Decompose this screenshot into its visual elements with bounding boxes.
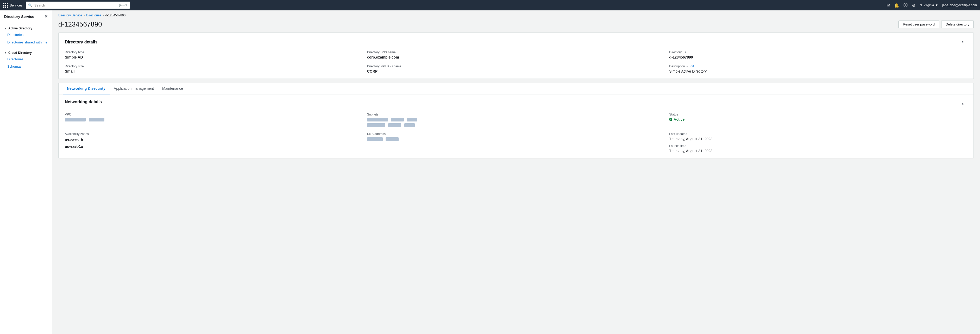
reset-password-button[interactable]: Reset user password [899,21,939,28]
region-selector[interactable]: N. Virginia ▼ [920,3,938,7]
breadcrumb: Directory Service › Directories › d-1234… [52,10,980,18]
user-email[interactable]: jane_doe@example.com [942,3,977,7]
sidebar-item-cloud-schemas[interactable]: Schemas [0,63,52,71]
last-updated-value: Thursday, August 31, 2023 [669,137,967,141]
sidebar: Directory Service ✕ ▼ Active Directory D… [0,10,52,334]
active-directory-label: Active Directory [8,27,32,30]
directory-id-field: Directory ID d-1234567890 [669,51,967,59]
search-input[interactable] [34,3,117,7]
directory-id-label: Directory ID [669,51,967,54]
page-title: d-1234567890 [58,20,102,28]
dns-address-field: DNS address [367,132,665,153]
delete-directory-button[interactable]: Delete directory [941,21,974,28]
tab-networking-security[interactable]: Networking & security [63,83,110,95]
description-edit-link[interactable]: Edit [688,65,694,68]
launch-time-label: Launch time [669,144,967,148]
sidebar-item-ad-directories[interactable]: Directories [0,31,52,39]
tab-content-networking: Networking details ↻ VPC [59,95,974,158]
vpc-label: VPC [65,112,363,116]
app-layout: Directory Service ✕ ▼ Active Directory D… [0,10,980,334]
sidebar-title: Directory Service [4,14,34,19]
region-label: N. Virginia [920,3,934,7]
az-1: us-east-1b [65,137,363,143]
tab-application-management[interactable]: Application management [110,83,158,95]
subnet-blurred-6 [404,123,415,127]
status-active-icon [669,118,672,121]
search-bar[interactable]: 🔍 [Alt+S] [26,2,130,9]
grid-icon [3,3,8,8]
timestamps-field: Last updated Thursday, August 31, 2023 L… [669,132,967,153]
directory-size-value: Small [65,69,363,73]
subnets-field: Subnets [367,112,665,127]
vpc-value [65,117,363,122]
breadcrumb-sep-2: › [103,14,104,17]
subnets-label: Subnets [367,112,665,116]
sidebar-section-cloud-directory[interactable]: ▼ Cloud Directory [0,50,52,55]
directory-dns-field: Directory DNS name corp.example.com [367,51,665,59]
subnet-blurred-2 [391,118,404,122]
collapse-arrow-icon: ▼ [4,27,7,30]
vpc-field: VPC [65,112,363,127]
directory-type-value: Simple AD [65,55,363,59]
directory-size-label: Directory size [65,65,363,68]
bell-icon[interactable]: 🔔 [894,3,899,8]
top-navigation: Services 🔍 [Alt+S] ✉ 🔔 ⓘ ⚙ N. Virginia ▼… [0,0,980,10]
settings-icon[interactable]: ⚙ [912,3,915,8]
directory-netbios-label: Directory NetBIOS name [367,65,665,68]
help-icon[interactable]: ⓘ [904,3,908,8]
sidebar-item-ad-shared[interactable]: Directories shared with me [0,39,52,46]
az-label: Availability zones [65,132,363,136]
sidebar-section-active-directory[interactable]: ▼ Active Directory [0,25,52,31]
collapse-arrow-icon-2: ▼ [4,51,7,54]
sidebar-close-button[interactable]: ✕ [44,14,48,19]
sidebar-active-directory-section: ▼ Active Directory Directories Directori… [0,23,52,47]
directory-details-card: Directory details ↻ Directory type Simpl… [58,33,974,79]
subnet-blurred-4 [367,123,385,127]
networking-grid: VPC Subnets [65,112,967,153]
networking-section-header: Networking details ↻ [65,100,967,108]
directory-details-grid: Directory type Simple AD Directory DNS n… [65,51,967,73]
description-field: Description - Edit Simple Active Directo… [669,65,967,73]
dns-blurred-2 [386,137,399,141]
services-menu[interactable]: Services [3,3,23,8]
directory-dns-value: corp.example.com [367,55,665,59]
dns-blurred-1 [367,137,383,141]
tabs-header: Networking & security Application manage… [59,83,974,95]
sidebar-item-cloud-directories[interactable]: Directories [0,55,52,63]
dns-address-label: DNS address [367,132,665,136]
main-content: Directory Service › Directories › d-1234… [52,10,980,334]
status-label: Status [669,112,967,116]
dns-address-value [367,137,665,141]
subnet-blurred-1 [367,118,388,122]
networking-section-title: Networking details [65,100,102,104]
description-label: Description - Edit [669,65,967,68]
search-shortcut: [Alt+S] [119,4,127,7]
sidebar-cloud-directory-section: ▼ Cloud Directory Directories Schemas [0,47,52,72]
tab-maintenance[interactable]: Maintenance [158,83,187,95]
breadcrumb-directories-link[interactable]: Directories [86,14,101,17]
description-value: Simple Active Directory [669,69,967,73]
directory-netbios-field: Directory NetBIOS name CORP [367,65,665,73]
search-icon: 🔍 [28,3,32,7]
last-updated-label: Last updated [669,132,967,136]
directory-type-label: Directory type [65,51,363,54]
page-actions: Reset user password Delete directory [899,21,974,28]
sidebar-header: Directory Service ✕ [0,10,52,23]
breadcrumb-service-link[interactable]: Directory Service [58,14,82,17]
directory-details-header: Directory details ↻ [65,38,967,46]
az-value: us-east-1b us-east-1a [65,137,363,150]
subnet-blurred-5 [388,123,401,127]
status-value: Active [669,117,967,122]
breadcrumb-current: d-1234567890 [105,14,126,17]
networking-refresh-button[interactable]: ↻ [959,100,967,108]
top-nav-right: ✉ 🔔 ⓘ ⚙ N. Virginia ▼ jane_doe@example.c… [886,3,977,8]
cloud-directory-label: Cloud Directory [8,51,32,55]
services-label: Services [10,3,23,7]
az-2: us-east-1a [65,143,363,150]
page-header: d-1234567890 Reset user password Delete … [52,18,980,33]
directory-details-refresh-button[interactable]: ↻ [959,38,967,46]
tabs-container: Networking & security Application manage… [58,83,974,158]
launch-time-container: Launch time Thursday, August 31, 2023 [669,144,967,153]
chevron-down-icon: ▼ [935,3,938,7]
inbox-icon[interactable]: ✉ [886,3,890,8]
